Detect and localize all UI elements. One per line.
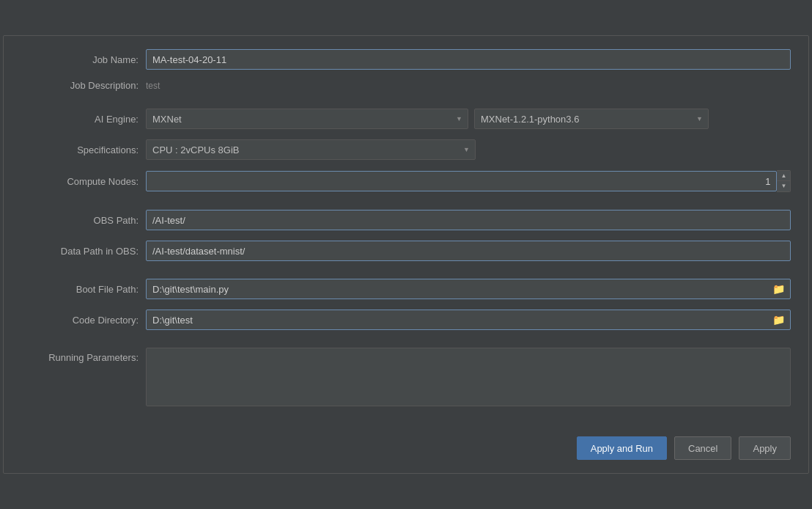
specifications-label: Specifications: bbox=[21, 144, 146, 155]
data-path-row: Data Path in OBS: bbox=[21, 241, 791, 261]
compute-nodes-input[interactable] bbox=[146, 171, 777, 191]
obs-path-input[interactable] bbox=[146, 210, 791, 230]
code-directory-row: Code Directory: 📁 bbox=[21, 310, 791, 330]
ai-engine-version-select-wrapper: MXNet-1.2.1-python3.6 MXNet-1.0.0-python… bbox=[474, 109, 709, 129]
boot-file-folder-icon[interactable]: 📁 bbox=[772, 283, 785, 295]
job-name-control bbox=[146, 49, 791, 70]
running-params-textarea[interactable] bbox=[146, 348, 791, 406]
ai-engine-version-select[interactable]: MXNet-1.2.1-python3.6 MXNet-1.0.0-python… bbox=[474, 109, 709, 129]
obs-path-control bbox=[146, 210, 791, 230]
job-description-row: Job Description: test bbox=[21, 80, 791, 91]
specifications-select-wrapper: CPU : 2vCPUs 8GiB GPU : 1*P100 8GiB bbox=[146, 139, 476, 160]
running-params-row: Running Parameters: bbox=[21, 348, 791, 409]
job-name-label: Job Name: bbox=[21, 54, 146, 65]
compute-nodes-label: Compute Nodes: bbox=[21, 176, 146, 187]
compute-nodes-spinner: ▲ ▼ bbox=[146, 170, 791, 192]
compute-nodes-control: ▲ ▼ bbox=[146, 170, 791, 192]
job-description-value: test bbox=[146, 77, 160, 95]
specifications-select[interactable]: CPU : 2vCPUs 8GiB GPU : 1*P100 8GiB bbox=[146, 139, 476, 160]
obs-path-label: OBS Path: bbox=[21, 215, 146, 226]
boot-file-label: Boot File Path: bbox=[21, 284, 146, 295]
ai-engine-control: MXNet TensorFlow Caffe Spark_MLlib MXNet… bbox=[146, 109, 791, 129]
specifications-control: CPU : 2vCPUs 8GiB GPU : 1*P100 8GiB bbox=[146, 139, 791, 160]
apply-button[interactable]: Apply bbox=[739, 436, 791, 460]
boot-file-row: Boot File Path: 📁 bbox=[21, 279, 791, 299]
dialog-footer: Apply and Run Cancel Apply bbox=[4, 428, 808, 473]
spinner-buttons: ▲ ▼ bbox=[777, 170, 791, 192]
code-directory-input-wrapper: 📁 bbox=[146, 310, 791, 330]
ai-engine-select-wrapper: MXNet TensorFlow Caffe Spark_MLlib bbox=[146, 109, 468, 129]
code-directory-label: Code Directory: bbox=[21, 315, 146, 326]
spinner-up-button[interactable]: ▲ bbox=[777, 171, 790, 181]
job-config-dialog: Job Name: Job Description: test AI Engin… bbox=[3, 35, 809, 474]
ai-engine-select[interactable]: MXNet TensorFlow Caffe Spark_MLlib bbox=[146, 109, 468, 129]
boot-file-input-wrapper: 📁 bbox=[146, 279, 791, 299]
code-directory-folder-icon[interactable]: 📁 bbox=[772, 314, 785, 326]
boot-file-input[interactable] bbox=[146, 279, 791, 299]
ai-engine-row: AI Engine: MXNet TensorFlow Caffe Spark_… bbox=[21, 109, 791, 129]
data-path-control bbox=[146, 241, 791, 261]
running-params-control bbox=[146, 348, 791, 409]
data-path-input[interactable] bbox=[146, 241, 791, 261]
cancel-button[interactable]: Cancel bbox=[674, 436, 731, 460]
spinner-down-button[interactable]: ▼ bbox=[777, 181, 790, 191]
data-path-label: Data Path in OBS: bbox=[21, 246, 146, 257]
running-params-label: Running Parameters: bbox=[21, 348, 146, 363]
code-directory-control: 📁 bbox=[146, 310, 791, 330]
ai-engine-label: AI Engine: bbox=[21, 114, 146, 125]
obs-path-row: OBS Path: bbox=[21, 210, 791, 230]
ai-engine-selects: MXNet TensorFlow Caffe Spark_MLlib MXNet… bbox=[146, 109, 791, 129]
job-description-label: Job Description: bbox=[21, 80, 146, 91]
form-body: Job Name: Job Description: test AI Engin… bbox=[4, 36, 808, 428]
code-directory-input[interactable] bbox=[146, 310, 791, 330]
specifications-row: Specifications: CPU : 2vCPUs 8GiB GPU : … bbox=[21, 139, 791, 160]
job-name-row: Job Name: bbox=[21, 49, 791, 70]
apply-run-button[interactable]: Apply and Run bbox=[577, 436, 667, 460]
job-description-control: test bbox=[146, 80, 791, 91]
compute-nodes-row: Compute Nodes: ▲ ▼ bbox=[21, 170, 791, 192]
boot-file-control: 📁 bbox=[146, 279, 791, 299]
job-name-input[interactable] bbox=[146, 49, 791, 70]
